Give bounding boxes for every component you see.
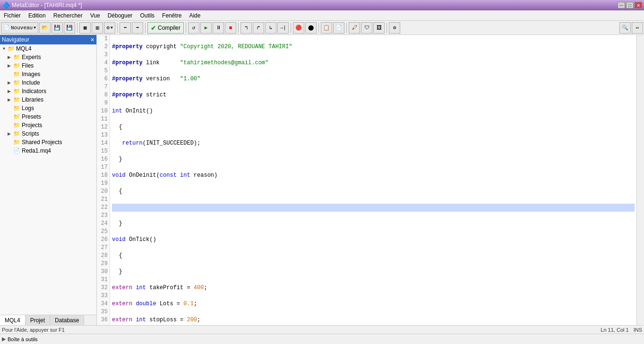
- view-btn3[interactable]: ⚙ ▼: [104, 22, 115, 34]
- close-button[interactable]: ✕: [635, 2, 642, 9]
- menu-bar: Fichier Edition Rechercher Vue Déboguer …: [0, 10, 644, 21]
- navigator-close-button[interactable]: ✕: [90, 37, 94, 43]
- tree-item-files[interactable]: ▶ 📁 Files: [0, 61, 96, 70]
- window-title: MetaEditor - [TAHIRI.mq4 *]: [12, 2, 82, 9]
- new-dropdown-icon: ▼: [34, 26, 36, 30]
- images-folder-icon: 📁: [13, 71, 20, 77]
- vertical-scrollbar[interactable]: [636, 35, 644, 325]
- status-bar: Pour l'Aide, appuyer sur F1 Ln 11, Col 1…: [0, 325, 644, 334]
- breakpoints-button[interactable]: ⬤: [305, 22, 317, 34]
- view-btn1[interactable]: ▦: [79, 22, 91, 34]
- compile-button[interactable]: ✔ Compiler: [147, 22, 184, 34]
- tree-label-files: Files: [22, 62, 34, 69]
- tree-item-scripts[interactable]: ▶ 📁 Scripts: [0, 129, 96, 138]
- line-numbers: 1 2 3 4 5 6 7 8 9 10 11 12 13 14 15 16 1…: [97, 35, 110, 325]
- highlight-btn[interactable]: 🖍: [349, 22, 360, 34]
- tree-item-shared-projects[interactable]: 📁 Shared Projects: [0, 138, 96, 146]
- files-folder-icon: 📁: [13, 62, 20, 69]
- tree-item-presets[interactable]: 📁 Presets: [0, 112, 96, 121]
- step-in-button[interactable]: ↳: [265, 22, 276, 34]
- projects-folder-icon: 📁: [13, 122, 20, 129]
- tab-database[interactable]: Database: [50, 315, 84, 325]
- tree-item-experts[interactable]: ▶ 📁 Experts: [0, 53, 96, 61]
- menu-fenetre[interactable]: Fenêtre: [158, 10, 185, 20]
- expand-icon-mql4: ▼: [2, 46, 8, 51]
- settings-icon: ⚙: [106, 25, 110, 31]
- dropdown-icon: ▼: [111, 26, 113, 30]
- tree-item-projects[interactable]: 📁 Projects: [0, 121, 96, 129]
- restore-button[interactable]: □: [626, 2, 634, 9]
- code-editor-area: 1 2 3 4 5 6 7 8 9 10 11 12 13 14 15 16 1…: [97, 35, 644, 325]
- tree-item-images[interactable]: 📁 Images: [0, 70, 96, 78]
- code-editor[interactable]: 1 2 3 4 5 6 7 8 9 10 11 12 13 14 15 16 1…: [97, 35, 644, 325]
- sep2: [117, 23, 118, 33]
- code-content[interactable]: #property copyright "Copyright 2020, RED…: [110, 35, 636, 325]
- menu-aide[interactable]: Aide: [185, 10, 204, 20]
- scripts-folder-icon: 📁: [13, 130, 20, 137]
- nav-back-button[interactable]: ⬅: [120, 22, 131, 34]
- breakpoint-button[interactable]: 🔴: [293, 22, 304, 34]
- open-button[interactable]: 📂: [39, 22, 51, 34]
- navigator-tabs: MQL4 Projet Database: [0, 315, 96, 325]
- expand-icon-files: ▶: [8, 63, 13, 68]
- pause-button[interactable]: ⏸: [213, 22, 224, 34]
- menu-rechercher[interactable]: Rechercher: [50, 10, 86, 20]
- sep7: [318, 23, 319, 33]
- tab-projet[interactable]: Projet: [26, 315, 50, 325]
- save-all-button[interactable]: 💾: [64, 22, 75, 34]
- new-button[interactable]: 📄 Nouveau ▼: [1, 22, 38, 34]
- toolbar: 📄 Nouveau ▼ 📂 💾 💾 ▦ ▥ ⚙ ▼ ⬅ ➡ ✔ Compiler…: [0, 21, 644, 35]
- stop-button[interactable]: ■: [225, 22, 236, 34]
- expand-icon-libraries: ▶: [8, 97, 13, 102]
- step-out-button[interactable]: ↰: [240, 22, 252, 34]
- restart-button[interactable]: ↺: [188, 22, 199, 34]
- tree-label-scripts: Scripts: [22, 130, 39, 137]
- navigator-title: Navigateur: [2, 36, 29, 43]
- compile-icon: ✔: [151, 24, 156, 32]
- shield-btn[interactable]: 🛡: [361, 22, 372, 34]
- title-bar-controls[interactable]: ─ □ ✕: [618, 2, 642, 9]
- image-btn[interactable]: 🖼: [373, 22, 385, 34]
- search-btn[interactable]: 🔍: [619, 22, 631, 34]
- presets-folder-icon: 📁: [13, 113, 20, 120]
- sep4: [186, 23, 186, 33]
- expand-btn[interactable]: ⇔: [632, 22, 643, 34]
- title-bar-left: 🔷 MetaEditor - [TAHIRI.mq4 *]: [2, 1, 82, 9]
- tab-mql4[interactable]: MQL4: [0, 315, 26, 325]
- menu-vue[interactable]: Vue: [86, 10, 104, 20]
- settings2-btn[interactable]: ⚙: [389, 22, 400, 34]
- tree-label-libraries: Libraries: [22, 96, 43, 103]
- minimize-button[interactable]: ─: [618, 2, 625, 9]
- shared-folder-icon: 📁: [13, 139, 20, 146]
- nav-forward-button[interactable]: ➡: [132, 22, 143, 34]
- view-btn2[interactable]: ▥: [92, 22, 103, 34]
- step-over-button[interactable]: ↱: [253, 22, 264, 34]
- menu-deboquer[interactable]: Déboguer: [104, 10, 137, 20]
- tree-item-indicators[interactable]: ▶ 📁 Indicators: [0, 87, 96, 95]
- sep6: [291, 23, 291, 33]
- tree-item-include[interactable]: ▶ 📁 Include: [0, 78, 96, 87]
- bottom-bar: ▶ Boîte à outils: [0, 334, 644, 344]
- tree-item-mql4[interactable]: ▼ 📁 MQL4: [0, 44, 96, 53]
- tree-item-libraries[interactable]: ▶ 📁 Libraries: [0, 95, 96, 104]
- sep5: [238, 23, 239, 33]
- menu-outils[interactable]: Outils: [136, 10, 158, 20]
- menu-edition[interactable]: Edition: [25, 10, 50, 20]
- play-button[interactable]: ▶: [200, 22, 212, 34]
- new-label: Nouveau: [11, 25, 33, 31]
- status-help-text: Pour l'Aide, appuyer sur F1: [2, 327, 65, 333]
- save-button[interactable]: 💾: [52, 22, 63, 34]
- copy2-btn[interactable]: 📄: [333, 22, 344, 34]
- menu-fichier[interactable]: Fichier: [0, 10, 25, 20]
- compile-label: Compiler: [158, 25, 180, 31]
- navigator-header: Navigateur ✕: [0, 35, 96, 44]
- tree-label-projects: Projects: [22, 122, 42, 129]
- navigator-panel: Navigateur ✕ ▼ 📁 MQL4 ▶ 📁 Experts ▶ 📁 Fi…: [0, 35, 97, 325]
- tree-item-reda1[interactable]: 📄 Reda1.mq4: [0, 146, 96, 155]
- expand-icon[interactable]: ▶: [2, 336, 6, 342]
- tree-item-logs[interactable]: 📁 Logs: [0, 104, 96, 112]
- copy-btn[interactable]: 📋: [321, 22, 332, 34]
- logs-folder-icon: 📁: [13, 105, 20, 112]
- reda1-file-icon: 📄: [13, 147, 20, 154]
- debug-btn2[interactable]: →|: [277, 22, 289, 34]
